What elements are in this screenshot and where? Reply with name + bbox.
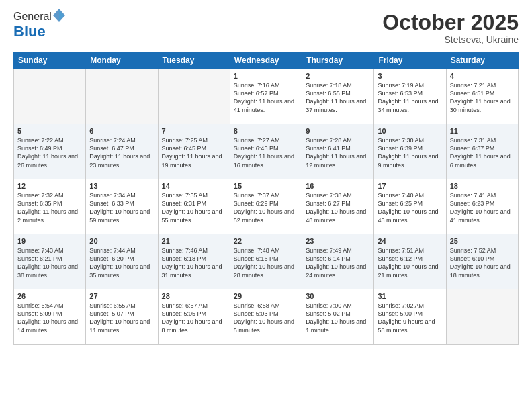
col-monday: Monday [86,52,158,69]
day-info: Sunrise: 7:21 AMSunset: 6:51 PMDaylight:… [450,81,515,114]
page: General Blue October 2025 Stetseva, Ukra… [0,0,532,411]
day-number: 12 [17,182,82,190]
table-row: 12Sunrise: 7:32 AMSunset: 6:35 PMDayligh… [14,179,86,234]
logo-general-text: General [13,11,52,23]
table-row: 26Sunrise: 6:54 AMSunset: 5:09 PMDayligh… [14,289,86,345]
day-number: 3 [378,72,442,80]
day-info: Sunrise: 7:51 AMSunset: 6:12 PMDaylight:… [378,246,442,279]
day-number: 20 [89,237,154,245]
table-row: 16Sunrise: 7:38 AMSunset: 6:27 PMDayligh… [302,179,374,234]
calendar-week-2: 5Sunrise: 7:22 AMSunset: 6:49 PMDaylight… [14,124,519,179]
table-row: 14Sunrise: 7:35 AMSunset: 6:31 PMDayligh… [158,179,230,234]
title-block: October 2025 Stetseva, Ukraine [382,11,519,45]
day-info: Sunrise: 7:18 AMSunset: 6:55 PMDaylight:… [306,81,370,114]
table-row: 11Sunrise: 7:31 AMSunset: 6:37 PMDayligh… [446,124,518,179]
day-number: 24 [378,237,442,245]
day-number: 10 [378,127,442,135]
table-row: 7Sunrise: 7:25 AMSunset: 6:45 PMDaylight… [158,124,230,179]
header: General Blue October 2025 Stetseva, Ukra… [13,11,519,45]
col-saturday: Saturday [446,52,518,69]
month-title: October 2025 [382,11,519,34]
day-number: 18 [450,182,515,190]
day-info: Sunrise: 7:49 AMSunset: 6:14 PMDaylight:… [306,246,370,279]
table-row [86,69,158,124]
day-info: Sunrise: 7:43 AMSunset: 6:21 PMDaylight:… [17,246,82,279]
day-number: 9 [306,127,370,135]
day-info: Sunrise: 7:52 AMSunset: 6:10 PMDaylight:… [450,246,515,279]
logo-blue-text: Blue [13,23,46,40]
table-row: 22Sunrise: 7:48 AMSunset: 6:16 PMDayligh… [230,234,302,289]
day-info: Sunrise: 7:34 AMSunset: 6:33 PMDaylight:… [89,191,154,224]
col-sunday: Sunday [14,52,86,69]
day-info: Sunrise: 7:37 AMSunset: 6:29 PMDaylight:… [234,191,298,224]
day-info: Sunrise: 7:46 AMSunset: 6:18 PMDaylight:… [162,246,226,279]
day-info: Sunrise: 7:31 AMSunset: 6:37 PMDaylight:… [450,136,515,169]
day-number: 31 [378,292,442,300]
day-info: Sunrise: 7:35 AMSunset: 6:31 PMDaylight:… [162,191,226,224]
day-number: 26 [17,292,82,300]
table-row: 19Sunrise: 7:43 AMSunset: 6:21 PMDayligh… [14,234,86,289]
day-info: Sunrise: 7:41 AMSunset: 6:23 PMDaylight:… [450,191,515,224]
calendar-table: Sunday Monday Tuesday Wednesday Thursday… [13,52,519,345]
day-info: Sunrise: 7:16 AMSunset: 6:57 PMDaylight:… [234,81,298,114]
day-info: Sunrise: 7:27 AMSunset: 6:43 PMDaylight:… [234,136,298,169]
day-number: 22 [234,237,298,245]
table-row: 5Sunrise: 7:22 AMSunset: 6:49 PMDaylight… [14,124,86,179]
table-row: 3Sunrise: 7:19 AMSunset: 6:53 PMDaylight… [374,69,446,124]
day-info: Sunrise: 7:40 AMSunset: 6:25 PMDaylight:… [378,191,442,224]
table-row: 8Sunrise: 7:27 AMSunset: 6:43 PMDaylight… [230,124,302,179]
table-row: 23Sunrise: 7:49 AMSunset: 6:14 PMDayligh… [302,234,374,289]
day-info: Sunrise: 7:44 AMSunset: 6:20 PMDaylight:… [89,246,154,279]
day-info: Sunrise: 7:38 AMSunset: 6:27 PMDaylight:… [306,191,370,224]
table-row: 21Sunrise: 7:46 AMSunset: 6:18 PMDayligh… [158,234,230,289]
calendar-week-4: 19Sunrise: 7:43 AMSunset: 6:21 PMDayligh… [14,234,519,289]
day-info: Sunrise: 7:30 AMSunset: 6:39 PMDaylight:… [378,136,442,169]
day-number: 2 [306,72,370,80]
calendar-week-5: 26Sunrise: 6:54 AMSunset: 5:09 PMDayligh… [14,289,519,345]
day-number: 7 [162,127,226,135]
table-row: 6Sunrise: 7:24 AMSunset: 6:47 PMDaylight… [86,124,158,179]
table-row: 27Sunrise: 6:55 AMSunset: 5:07 PMDayligh… [86,289,158,345]
table-row: 25Sunrise: 7:52 AMSunset: 6:10 PMDayligh… [446,234,518,289]
day-number: 4 [450,72,515,80]
col-thursday: Thursday [302,52,374,69]
day-info: Sunrise: 7:48 AMSunset: 6:16 PMDaylight:… [234,246,298,279]
day-number: 23 [306,237,370,245]
table-row [158,69,230,124]
logo-icon [53,9,65,22]
table-row: 10Sunrise: 7:30 AMSunset: 6:39 PMDayligh… [374,124,446,179]
table-row: 2Sunrise: 7:18 AMSunset: 6:55 PMDaylight… [302,69,374,124]
day-info: Sunrise: 7:02 AMSunset: 5:00 PMDaylight:… [378,302,442,334]
calendar-week-3: 12Sunrise: 7:32 AMSunset: 6:35 PMDayligh… [14,179,519,234]
day-number: 6 [89,127,154,135]
table-row: 15Sunrise: 7:37 AMSunset: 6:29 PMDayligh… [230,179,302,234]
calendar-header-row: Sunday Monday Tuesday Wednesday Thursday… [14,52,519,69]
day-info: Sunrise: 7:00 AMSunset: 5:02 PMDaylight:… [306,302,370,334]
day-number: 5 [17,127,82,135]
day-info: Sunrise: 6:54 AMSunset: 5:09 PMDaylight:… [17,302,82,334]
day-number: 17 [378,182,442,190]
logo: General Blue [13,11,65,40]
day-info: Sunrise: 7:32 AMSunset: 6:35 PMDaylight:… [17,191,82,224]
day-number: 21 [162,237,226,245]
calendar-week-1: 1Sunrise: 7:16 AMSunset: 6:57 PMDaylight… [14,69,519,124]
day-info: Sunrise: 7:19 AMSunset: 6:53 PMDaylight:… [378,81,442,114]
day-number: 15 [234,182,298,190]
day-info: Sunrise: 6:55 AMSunset: 5:07 PMDaylight:… [89,302,154,334]
day-number: 30 [306,292,370,300]
day-number: 27 [89,292,154,300]
table-row: 17Sunrise: 7:40 AMSunset: 6:25 PMDayligh… [374,179,446,234]
day-info: Sunrise: 7:28 AMSunset: 6:41 PMDaylight:… [306,136,370,169]
table-row: 31Sunrise: 7:02 AMSunset: 5:00 PMDayligh… [374,289,446,345]
day-number: 19 [17,237,82,245]
table-row: 30Sunrise: 7:00 AMSunset: 5:02 PMDayligh… [302,289,374,345]
table-row: 28Sunrise: 6:57 AMSunset: 5:05 PMDayligh… [158,289,230,345]
table-row: 9Sunrise: 7:28 AMSunset: 6:41 PMDaylight… [302,124,374,179]
day-info: Sunrise: 7:25 AMSunset: 6:45 PMDaylight:… [162,136,226,169]
day-number: 14 [162,182,226,190]
col-friday: Friday [374,52,446,69]
day-number: 8 [234,127,298,135]
day-number: 16 [306,182,370,190]
day-number: 29 [234,292,298,300]
location-subtitle: Stetseva, Ukraine [382,34,519,45]
